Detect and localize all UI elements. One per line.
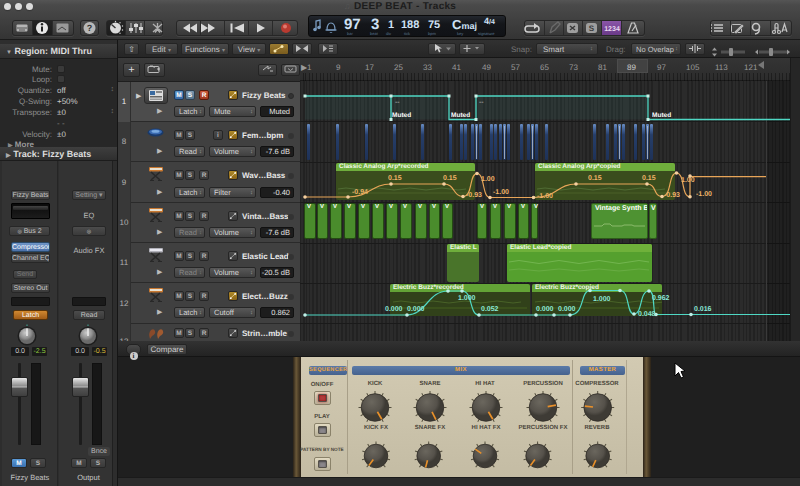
svg-text:1234: 1234: [604, 26, 620, 33]
svg-text:S: S: [589, 24, 595, 33]
svg-text:?: ?: [87, 23, 93, 33]
